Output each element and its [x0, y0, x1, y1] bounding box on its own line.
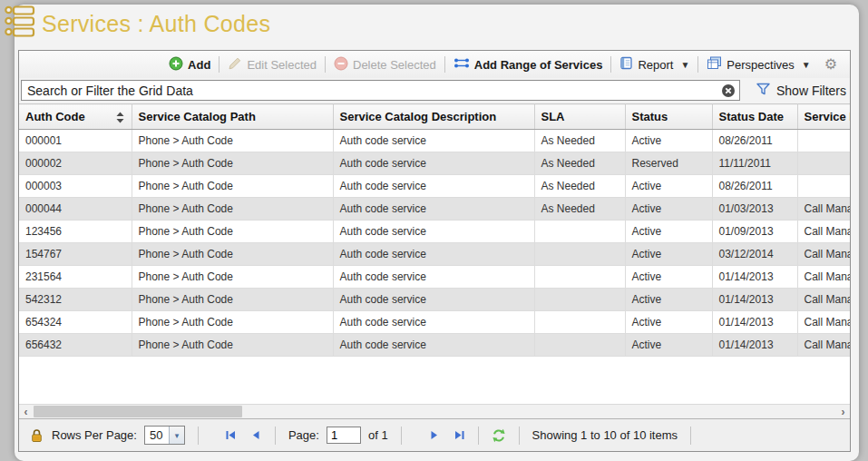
delete-selected-label: Delete Selected: [353, 58, 436, 72]
show-filters-button[interactable]: Show Filters: [756, 78, 846, 103]
statusbar-separator: [198, 427, 199, 445]
cell-status-date: 01/03/2013: [712, 198, 797, 221]
scroll-left-icon[interactable]: ‹: [19, 405, 33, 418]
cell-service-host: [797, 175, 850, 198]
add-range-of-services-button[interactable]: Add Range of Services: [445, 57, 611, 72]
cell-status-date: 01/09/2013: [712, 221, 797, 243]
pagination-bar: Rows Per Page: 50 ▾ Page: of 1: [19, 418, 850, 451]
cell-path: Phone > Auth Code: [132, 152, 333, 175]
sort-icon[interactable]: [116, 112, 124, 126]
cell-sla: [534, 311, 625, 334]
table-row[interactable]: 123456 Phone > Auth Code Auth code servi…: [19, 221, 850, 243]
cell-description: Auth code service: [333, 243, 534, 266]
cell-sla: As Needed: [534, 175, 625, 198]
cell-auth-code: 000003: [19, 175, 132, 198]
cell-sla: [534, 266, 625, 289]
cell-status-date: 01/14/2013: [712, 289, 797, 311]
next-page-button[interactable]: [428, 429, 440, 441]
rows-per-page-label: Rows Per Page:: [52, 428, 137, 442]
column-header-status-date[interactable]: Status Date: [712, 104, 797, 130]
search-input[interactable]: [22, 83, 721, 98]
scrollbar-thumb[interactable]: [34, 406, 242, 417]
cell-status: Active: [625, 334, 712, 357]
statusbar-separator: [690, 427, 691, 445]
cell-status: Reserved: [625, 152, 712, 175]
table-row[interactable]: 000002 Phone > Auth Code Auth code servi…: [19, 152, 850, 175]
cell-status-date: 01/14/2013: [712, 266, 797, 289]
statusbar-separator: [478, 427, 479, 445]
add-range-label: Add Range of Services: [474, 58, 603, 72]
title-bar: Services : Auth Codes: [0, 0, 868, 47]
page-number-input[interactable]: [327, 427, 361, 444]
table-row[interactable]: 654324 Phone > Auth Code Auth code servi…: [19, 311, 850, 334]
cell-service-host: Call Manag: [797, 243, 850, 266]
cell-sla: [534, 221, 625, 243]
scroll-right-icon[interactable]: ›: [836, 405, 850, 418]
cell-auth-code: 654324: [19, 311, 132, 334]
cell-path: Phone > Auth Code: [132, 130, 333, 152]
cell-service-host: [797, 130, 850, 152]
column-header-status[interactable]: Status: [625, 104, 712, 130]
column-header-service-host[interactable]: Service H: [797, 104, 850, 130]
cell-auth-code: 000001: [19, 130, 132, 152]
perspectives-label: Perspectives: [727, 58, 794, 72]
cell-status-date: 11/11/2011: [712, 152, 797, 175]
page-label: Page:: [288, 428, 319, 442]
scrollbar-track[interactable]: [33, 405, 836, 418]
cell-auth-code: 154767: [19, 243, 132, 266]
cell-status-date: 01/14/2013: [712, 334, 797, 357]
table-row[interactable]: 656432 Phone > Auth Code Auth code servi…: [19, 334, 850, 357]
funnel-icon: [756, 83, 771, 99]
column-header-sla[interactable]: SLA: [534, 104, 625, 130]
cell-path: Phone > Auth Code: [132, 266, 333, 289]
table-row[interactable]: 000001 Phone > Auth Code Auth code servi…: [19, 130, 850, 152]
add-button[interactable]: Add: [161, 56, 219, 74]
table-row[interactable]: 000003 Phone > Auth Code Auth code servi…: [19, 175, 850, 198]
lock-icon: [30, 428, 44, 443]
first-page-button[interactable]: [225, 429, 237, 441]
column-header-service-catalog-path[interactable]: Service Catalog Path: [132, 104, 333, 130]
cell-description: Auth code service: [333, 289, 534, 311]
toolbar: Add Edit Selected Delete Selected: [19, 51, 850, 78]
cell-path: Phone > Auth Code: [132, 289, 333, 311]
cell-description: Auth code service: [333, 221, 534, 243]
perspectives-button[interactable]: Perspectives ▼: [698, 56, 818, 73]
previous-page-button[interactable]: [250, 429, 262, 441]
page-of-label: of 1: [368, 428, 388, 442]
cell-sla: As Needed: [534, 198, 625, 221]
edit-selected-button[interactable]: Edit Selected: [219, 56, 325, 74]
cell-auth-code: 542312: [19, 289, 132, 311]
table-row[interactable]: 231564 Phone > Auth Code Auth code servi…: [19, 266, 850, 289]
table-row[interactable]: 154767 Phone > Auth Code Auth code servi…: [19, 243, 850, 266]
range-icon: [454, 57, 470, 72]
report-button[interactable]: Report ▼: [611, 56, 697, 73]
report-icon: [619, 56, 633, 73]
search-row: Show Filters: [19, 78, 850, 103]
delete-selected-button[interactable]: Delete Selected: [326, 56, 444, 74]
cell-auth-code: 231564: [19, 266, 132, 289]
cell-auth-code: 123456: [19, 221, 132, 243]
cell-service-host: Call Manag: [797, 198, 850, 221]
cell-path: Phone > Auth Code: [132, 221, 333, 243]
minus-circle-icon: [334, 56, 348, 74]
gear-icon[interactable]: ⚙: [819, 57, 843, 72]
column-header-auth-code[interactable]: Auth Code: [19, 104, 132, 130]
cell-sla: [534, 334, 625, 357]
chevron-down-icon: ▾: [169, 427, 184, 444]
cell-sla: [534, 243, 625, 266]
add-plus-icon: [169, 56, 183, 74]
table-row[interactable]: 542312 Phone > Auth Code Auth code servi…: [19, 289, 850, 311]
rows-per-page-value: 50: [145, 427, 169, 444]
statusbar-separator: [401, 427, 402, 445]
table-row[interactable]: 000044 Phone > Auth Code Auth code servi…: [19, 198, 850, 221]
refresh-icon[interactable]: [492, 428, 506, 443]
horizontal-scrollbar: ‹ ›: [19, 404, 850, 418]
cell-sla: As Needed: [534, 130, 625, 152]
rows-per-page-select[interactable]: 50 ▾: [144, 426, 185, 445]
clear-search-icon[interactable]: [721, 83, 736, 98]
cell-status: Active: [625, 311, 712, 334]
cell-description: Auth code service: [333, 311, 534, 334]
column-header-service-catalog-description[interactable]: Service Catalog Description: [333, 104, 534, 130]
last-page-button[interactable]: [454, 429, 465, 441]
cell-status: Active: [625, 243, 712, 266]
